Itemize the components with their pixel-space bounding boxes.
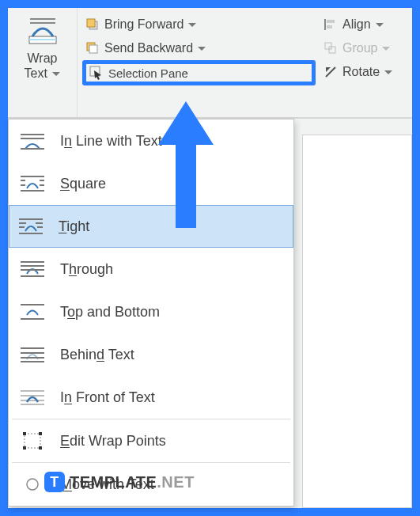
svg-rect-44	[23, 432, 26, 435]
menu-label: Through	[60, 261, 113, 278]
svg-rect-13	[329, 47, 335, 53]
svg-point-48	[27, 479, 38, 490]
ribbon: Wrap Text Bring Forward Send Backward	[8, 8, 412, 119]
send-backward-label: Send Backward	[104, 41, 193, 55]
wrap-text-button[interactable]: Wrap Text	[8, 8, 78, 117]
in-line-icon	[19, 129, 46, 153]
selection-pane-label: Selection Pane	[108, 66, 188, 80]
svg-rect-47	[39, 446, 42, 450]
square-icon	[19, 172, 46, 195]
menu-label: Tight	[59, 218, 89, 235]
menu-behind-text[interactable]: Behind Text	[9, 333, 293, 376]
menu-through[interactable]: Through	[9, 248, 293, 290]
menu-label: Top and Bottom	[60, 304, 160, 321]
rotate-button[interactable]: Rotate	[320, 60, 407, 84]
bring-forward-icon	[85, 17, 100, 32]
menu-in-line-with-text[interactable]: In Line with Text	[9, 120, 293, 162]
group-button: Group	[320, 36, 407, 60]
bring-forward-button[interactable]: Bring Forward	[82, 13, 316, 36]
menu-label: In Line with Text	[60, 133, 162, 150]
through-icon	[19, 257, 46, 281]
watermark-badge: T	[44, 472, 65, 492]
svg-rect-45	[39, 432, 42, 435]
dropdown-icon	[384, 70, 392, 74]
tight-icon	[17, 214, 44, 238]
radio-icon	[19, 472, 46, 496]
svg-rect-7	[89, 45, 97, 53]
watermark-brand: TEMPLATE	[70, 473, 157, 491]
menu-in-front-of-text[interactable]: In Front of Text	[9, 376, 293, 419]
svg-rect-1	[29, 39, 56, 40]
selection-pane-icon	[89, 66, 104, 80]
watermark-suffix: .NET	[157, 473, 195, 491]
svg-rect-11	[327, 25, 332, 28]
align-label: Align	[342, 17, 371, 32]
dropdown-icon	[376, 23, 384, 27]
selection-pane-button[interactable]: Selection Pane	[82, 60, 316, 85]
rotate-icon	[324, 65, 338, 79]
arrange-group: Bring Forward Send Backward Selection Pa…	[78, 8, 317, 117]
menu-edit-wrap-points[interactable]: Edit Wrap Points	[9, 419, 293, 462]
menu-label: In Front of Text	[60, 389, 155, 406]
menu-label: Edit Wrap Points	[60, 433, 166, 450]
svg-rect-10	[327, 20, 335, 23]
svg-rect-12	[325, 43, 331, 49]
menu-top-and-bottom[interactable]: Top and Bottom	[9, 290, 293, 333]
dropdown-icon	[198, 47, 206, 51]
align-group: Align Group Rotate	[317, 8, 412, 117]
send-backward-icon	[85, 41, 100, 55]
menu-label: Behind Text	[60, 347, 134, 363]
svg-rect-46	[23, 446, 26, 450]
bring-forward-label: Bring Forward	[104, 17, 184, 32]
dropdown-icon	[188, 23, 196, 27]
align-icon	[324, 17, 338, 32]
svg-rect-5	[87, 19, 95, 27]
menu-square[interactable]: Square	[9, 162, 293, 205]
svg-rect-43	[25, 434, 40, 448]
send-backward-button[interactable]: Send Backward	[82, 36, 316, 60]
behind-text-icon	[19, 343, 46, 366]
wrap-text-label: Wrap Text	[25, 51, 61, 81]
top-bottom-icon	[19, 300, 46, 324]
group-label: Group	[342, 41, 377, 55]
dropdown-icon	[382, 47, 390, 51]
align-button[interactable]: Align	[320, 13, 407, 36]
document-area[interactable]	[302, 135, 412, 508]
group-icon	[324, 41, 338, 55]
wrap-text-menu: In Line with Text Square Tight Through T…	[8, 119, 294, 507]
watermark: T TEMPLATE.NET	[44, 472, 195, 492]
edit-wrap-points-icon	[19, 429, 46, 453]
rotate-label: Rotate	[342, 65, 380, 79]
wrap-text-icon	[25, 13, 60, 47]
menu-tight[interactable]: Tight	[9, 205, 293, 248]
menu-label: Square	[60, 176, 106, 192]
in-front-icon	[19, 385, 46, 409]
